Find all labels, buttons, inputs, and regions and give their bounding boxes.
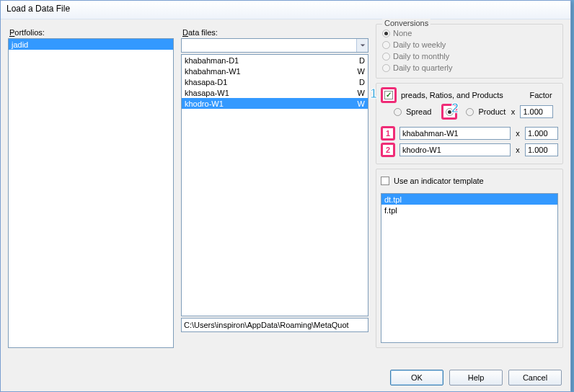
spreads-group: ✓ preads, Ratios, and Products Factor Sp… (376, 83, 563, 164)
list-item[interactable]: jadid (9, 39, 173, 50)
portfolios-panel: Portfolios: jadid (8, 24, 174, 348)
spreads-checkbox[interactable]: ✓ (384, 91, 393, 99)
window-title: Load a Data File (6, 4, 70, 14)
slot2-name-input[interactable] (399, 143, 511, 156)
right-panel: Conversions None Daily to weekly Daily t… (376, 24, 563, 348)
help-button[interactable]: Help (449, 370, 503, 386)
cancel-button[interactable]: Cancel (508, 370, 562, 386)
spreads-checkbox-label: preads, Ratios, and Products (401, 91, 519, 99)
mode-radio-ratio-highlight (441, 104, 457, 120)
conversions-group: Conversions None Daily to weekly Daily t… (376, 24, 563, 79)
datafiles-path[interactable] (181, 318, 368, 332)
slot1-name-input[interactable] (399, 127, 511, 140)
conv-radio-weekly: Daily to weekly (382, 39, 557, 50)
list-item[interactable]: Wkhodro-W1 (182, 98, 368, 109)
titlebar: Load a Data File (1, 1, 570, 19)
dialog-content: Portfolios: jadid Data files: Dkhabahman… (1, 19, 570, 391)
dialog-button-row: OK Help Cancel (390, 370, 562, 386)
slot1-factor-input[interactable] (525, 127, 558, 140)
conv-radio-none: None (382, 27, 557, 39)
list-item[interactable]: Dkhasapa-D1 (182, 76, 368, 87)
slot2-badge: 2 (381, 143, 395, 157)
portfolios-listbox[interactable]: jadid (8, 38, 174, 348)
datafiles-dropdown-text (182, 39, 356, 52)
datafiles-label: Data files: (182, 28, 368, 37)
list-item[interactable]: Wkhasapa-W1 (182, 87, 368, 98)
list-item[interactable]: Dkhabahman-D1 (182, 55, 368, 66)
datafiles-panel: Data files: Dkhabahman-D1Wkhabahman-W1Dk… (181, 24, 368, 348)
conv-radio-quarterly: Daily to quarterly (382, 62, 557, 74)
chevron-down-icon[interactable] (356, 39, 368, 52)
template-checkbox[interactable] (381, 177, 389, 185)
template-group: Use an indicator template dt.tplf.tpl (376, 169, 563, 348)
spreads-checkbox-highlight: ✓ (381, 87, 397, 103)
primary-factor-input[interactable] (520, 105, 553, 118)
slot1-badge: 1 (381, 126, 395, 141)
conversions-legend: Conversions (382, 19, 430, 27)
template-listbox[interactable]: dt.tplf.tpl (381, 193, 558, 343)
mode-radio-ratio[interactable] (446, 108, 454, 116)
datafiles-listbox[interactable]: Dkhabahman-D1Wkhabahman-W1Dkhasapa-D1Wkh… (181, 54, 368, 316)
template-checkbox-label: Use an indicator template (394, 177, 484, 185)
mode-radio-product[interactable] (466, 108, 474, 116)
list-item[interactable]: dt.tpl (381, 194, 557, 205)
factor-header: Factor (524, 91, 558, 99)
mode-radio-spread[interactable] (394, 108, 402, 116)
datafiles-dropdown[interactable] (181, 38, 368, 53)
mode-label-spread: Spread (406, 107, 431, 116)
portfolios-label: Portfolios: (9, 28, 174, 37)
slot2-factor-input[interactable] (525, 143, 558, 156)
list-item[interactable]: f.tpl (381, 205, 557, 215)
list-item[interactable]: Wkhabahman-W1 (182, 66, 368, 76)
conv-radio-monthly: Daily to monthly (382, 50, 557, 62)
mode-label-product: Product (478, 107, 505, 116)
dialog-window: Load a Data File Portfolios: jadid Data … (0, 0, 571, 392)
ok-button[interactable]: OK (390, 370, 443, 386)
